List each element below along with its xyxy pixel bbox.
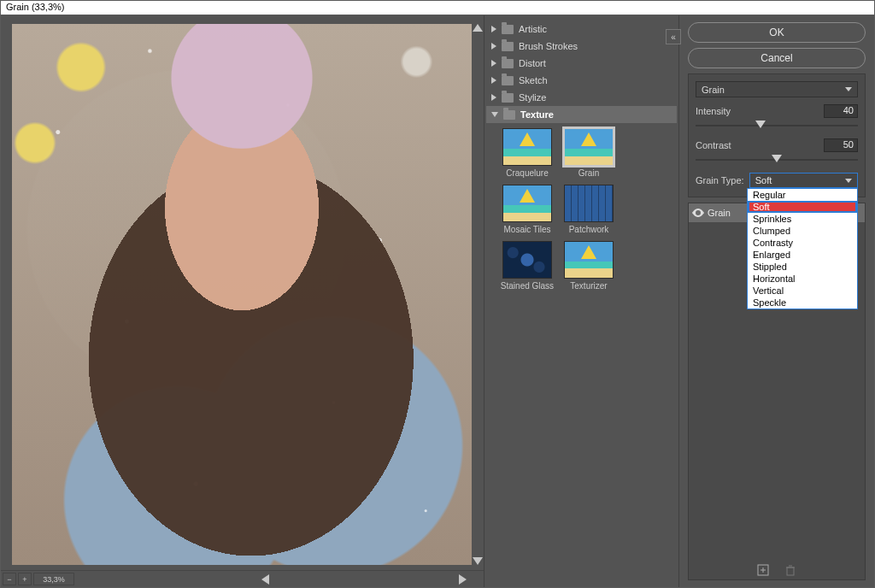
option-sprinkles[interactable]: Sprinkles [748,213,857,225]
folder-icon [502,25,514,34]
new-effect-layer-button[interactable] [757,564,769,576]
chevron-down-icon [845,87,852,91]
preview-statusbar: − + 33,3% [1,570,484,587]
filter-tree-panel: Artistic Brush Strokes Distort Sketch St [484,15,679,587]
category-artistic[interactable]: Artistic [486,21,677,38]
grain-type-row: Grain Type: Soft Regular Soft Sprinkles … [696,173,858,188]
svg-rect-3 [787,567,794,575]
option-contrasty[interactable]: Contrasty [748,237,857,249]
category-texture[interactable]: Texture [486,106,677,123]
zoom-out-button[interactable]: − [3,573,16,585]
filter-thumb-craquelure[interactable]: Craquelure [500,128,555,178]
preview-panel: − + 33,3% [1,15,484,587]
disclosure-icon [491,94,496,101]
grain-overlay [12,24,472,565]
window-title: Grain (33,3%) [1,1,874,15]
category-label: Texture [520,109,554,120]
disclosure-icon [491,43,496,50]
eye-icon [692,209,704,217]
disclosure-icon [491,112,498,117]
category-stylize[interactable]: Stylize [486,89,677,106]
filter-thumb-grain[interactable]: Grain [561,128,616,178]
intensity-param: Intensity 40 [696,104,858,132]
preview-vertical-scrollbar[interactable] [472,24,484,565]
category-distort[interactable]: Distort [486,55,677,72]
option-vertical[interactable]: Vertical [748,285,857,297]
option-horizontal[interactable]: Horizontal [748,273,857,285]
grain-type-label: Grain Type: [696,175,744,185]
intensity-value[interactable]: 40 [824,104,858,118]
option-stippled[interactable]: Stippled [748,261,857,273]
option-enlarged[interactable]: Enlarged [748,249,857,261]
category-sketch[interactable]: Sketch [486,72,677,89]
folder-icon [502,76,514,85]
category-label: Brush Strokes [519,41,578,51]
filter-name-dropdown[interactable]: Grain [696,81,858,97]
ok-button[interactable]: OK [688,22,866,43]
preview-horizontal-scrollbar[interactable] [261,573,467,585]
option-clumped[interactable]: Clumped [748,225,857,237]
contrast-param: Contrast 50 [696,138,858,166]
cancel-button[interactable]: Cancel [688,48,866,68]
disclosure-icon [491,26,496,32]
intensity-label: Intensity [696,106,731,116]
filter-thumb-stained-glass[interactable]: Stained Glass [500,241,555,291]
scroll-left-icon[interactable] [261,574,269,585]
scroll-right-icon[interactable] [459,574,467,585]
folder-icon [503,110,515,120]
scroll-down-icon[interactable] [473,557,483,565]
collapse-panel-button[interactable]: « [666,29,681,44]
folder-icon [502,42,514,51]
texture-thumbnails: Craquelure Grain Mosaic Tiles Patchwork … [486,123,677,296]
filter-thumb-mosaic-tiles[interactable]: Mosaic Tiles [500,185,555,234]
category-label: Artistic [519,24,547,34]
contrast-label: Contrast [696,140,731,150]
option-regular[interactable]: Regular [748,189,857,201]
visibility-toggle[interactable] [689,209,708,217]
intensity-slider[interactable] [696,120,858,132]
filter-thumb-patchwork[interactable]: Patchwork [561,185,616,234]
grain-type-value: Soft [755,175,772,185]
effect-layers-footer [689,561,865,579]
main-area: − + 33,3% Artistic Brush Strokes [1,15,874,587]
filter-name-label: Grain [702,85,725,95]
folder-icon [502,93,514,103]
contrast-value[interactable]: 50 [824,138,858,152]
filter-settings-group: Grain Intensity 40 Contrast 50 [688,74,866,197]
category-label: Sketch [519,75,548,85]
disclosure-icon [491,77,496,84]
filter-gallery-window: Grain (33,3%) − + 33,3% [0,0,875,588]
effect-layer-label: Grain [708,208,731,218]
category-label: Distort [519,58,546,68]
preview-area [1,15,484,570]
folder-icon [502,59,514,68]
disclosure-icon [491,60,496,67]
grain-type-popup[interactable]: Regular Soft Sprinkles Clumped Contrasty… [747,188,858,309]
contrast-slider[interactable] [696,154,858,166]
zoom-level[interactable]: 33,3% [33,573,74,585]
delete-effect-layer-button[interactable] [784,564,796,576]
option-speckle[interactable]: Speckle [748,297,857,309]
zoom-in-button[interactable]: + [18,573,32,585]
option-soft[interactable]: Soft [748,201,857,213]
controls-panel: « OK Cancel Grain Intensity 40 [679,15,874,587]
chevron-down-icon [845,179,852,183]
filter-thumb-texturizer[interactable]: Texturizer [561,241,616,291]
category-brush-strokes[interactable]: Brush Strokes [486,38,677,55]
preview-image[interactable] [12,24,472,565]
scroll-up-icon[interactable] [473,24,483,32]
grain-type-dropdown[interactable]: Soft [749,173,858,188]
category-label: Stylize [519,92,546,103]
